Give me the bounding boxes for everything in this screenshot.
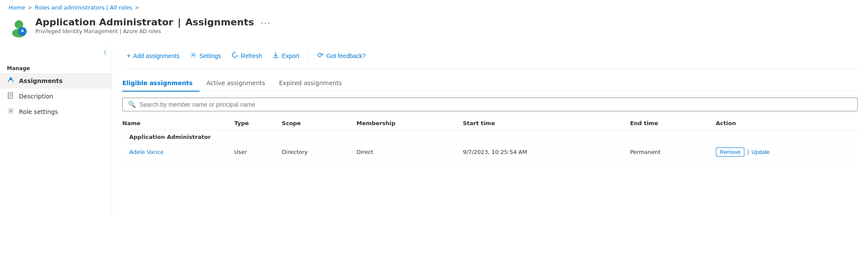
svg-point-8 bbox=[10, 110, 12, 112]
row-start-time: 9/7/2023, 10:25:54 AM bbox=[463, 144, 630, 160]
role-settings-icon bbox=[7, 107, 15, 116]
tab-active-label: Active assignments bbox=[206, 80, 265, 86]
page-title-sep: | bbox=[177, 17, 181, 28]
col-action: Action bbox=[716, 117, 858, 130]
add-assignments-button[interactable]: + Add assignments bbox=[122, 49, 184, 62]
search-input[interactable] bbox=[140, 101, 852, 108]
row-type: User bbox=[234, 144, 282, 160]
tab-eligible[interactable]: Eligible assignments bbox=[122, 76, 199, 92]
page-title-role: Application Administrator bbox=[35, 17, 173, 28]
main-layout: 《 Manage Assignments Description bbox=[0, 44, 868, 216]
collapse-button[interactable]: 《 bbox=[0, 47, 112, 62]
update-button[interactable]: Update bbox=[752, 149, 770, 155]
page-header-text: Application Administrator | Assignments … bbox=[35, 17, 859, 34]
sidebar-item-assignments[interactable]: Assignments bbox=[0, 73, 112, 89]
remove-button[interactable]: Remove bbox=[716, 147, 744, 157]
col-start-time: Start time bbox=[463, 117, 630, 130]
col-scope: Scope bbox=[282, 117, 356, 130]
sidebar-assignments-label: Assignments bbox=[19, 77, 62, 84]
search-bar: 🔍 bbox=[122, 98, 858, 111]
row-membership: Direct bbox=[356, 144, 463, 160]
col-name: Name bbox=[122, 117, 234, 130]
toolbar-separator bbox=[308, 51, 308, 61]
row-end-time: Permanent bbox=[630, 144, 716, 160]
content-area: + Add assignments Settings bbox=[112, 44, 868, 216]
more-options-button[interactable]: ··· bbox=[258, 18, 274, 27]
settings-label: Settings bbox=[199, 52, 221, 59]
member-link[interactable]: Adele Vance bbox=[129, 149, 164, 155]
action-separator: | bbox=[747, 149, 749, 155]
toolbar: + Add assignments Settings bbox=[122, 44, 858, 69]
page-title-section: Assignments bbox=[185, 17, 254, 28]
sidebar-role-settings-label: Role settings bbox=[19, 108, 58, 115]
table-row: Adele Vance User Directory Direct 9/7/20… bbox=[122, 144, 858, 160]
assignments-icon bbox=[7, 77, 15, 85]
export-button[interactable]: Export bbox=[268, 49, 303, 63]
tab-eligible-label: Eligible assignments bbox=[122, 80, 193, 86]
collapse-icon: 《 bbox=[101, 49, 106, 57]
add-assignments-label: Add assignments bbox=[133, 52, 179, 59]
breadcrumb-roles-admins[interactable]: Roles and administrators | All roles bbox=[34, 4, 132, 11]
sidebar-manage-label: Manage bbox=[0, 62, 112, 73]
tabs: Eligible assignments Active assignments … bbox=[122, 76, 858, 92]
sidebar: 《 Manage Assignments Description bbox=[0, 44, 112, 216]
svg-point-9 bbox=[193, 54, 194, 56]
assignments-table: Name Type Scope Membership Start time En… bbox=[122, 117, 858, 160]
sidebar-description-label: Description bbox=[19, 93, 53, 100]
feedback-icon bbox=[317, 52, 324, 60]
col-type: Type bbox=[234, 117, 282, 130]
tab-active[interactable]: Active assignments bbox=[199, 76, 272, 92]
row-action: Remove | Update bbox=[716, 144, 858, 160]
export-icon bbox=[272, 52, 279, 60]
breadcrumb-home[interactable]: Home bbox=[9, 4, 25, 11]
row-scope: Directory bbox=[282, 144, 356, 160]
settings-button[interactable]: Settings bbox=[186, 49, 226, 63]
tab-expired-label: Expired assignments bbox=[279, 80, 342, 86]
col-end-time: End time bbox=[630, 117, 716, 130]
col-membership: Membership bbox=[356, 117, 463, 130]
tab-expired[interactable]: Expired assignments bbox=[272, 76, 349, 92]
breadcrumb-sep2: > bbox=[135, 5, 139, 11]
export-label: Export bbox=[282, 52, 299, 59]
refresh-icon bbox=[231, 52, 238, 60]
feedback-label: Got feedback? bbox=[327, 52, 366, 59]
group-name: Application Administrator bbox=[122, 130, 858, 144]
sidebar-item-description[interactable]: Description bbox=[0, 89, 112, 104]
page-title: Application Administrator | Assignments … bbox=[35, 17, 859, 28]
add-icon: + bbox=[127, 52, 131, 60]
group-header-row: Application Administrator bbox=[122, 130, 858, 144]
settings-icon bbox=[190, 52, 197, 60]
description-icon bbox=[7, 92, 15, 101]
feedback-button[interactable]: Got feedback? bbox=[313, 49, 370, 63]
page-header: Application Administrator | Assignments … bbox=[0, 13, 868, 44]
breadcrumb-sep1: > bbox=[28, 5, 32, 11]
page-icon bbox=[9, 17, 29, 39]
breadcrumb: Home > Roles and administrators | All ro… bbox=[0, 0, 868, 13]
svg-point-12 bbox=[318, 53, 321, 57]
refresh-button[interactable]: Refresh bbox=[227, 49, 266, 63]
action-cell: Remove | Update bbox=[716, 147, 852, 157]
sidebar-item-role-settings[interactable]: Role settings bbox=[0, 104, 112, 120]
row-name: Adele Vance bbox=[122, 144, 234, 160]
refresh-label: Refresh bbox=[241, 52, 262, 59]
search-icon: 🔍 bbox=[128, 101, 136, 108]
page-subtitle: Privileged Identity Management | Azure A… bbox=[35, 28, 859, 34]
